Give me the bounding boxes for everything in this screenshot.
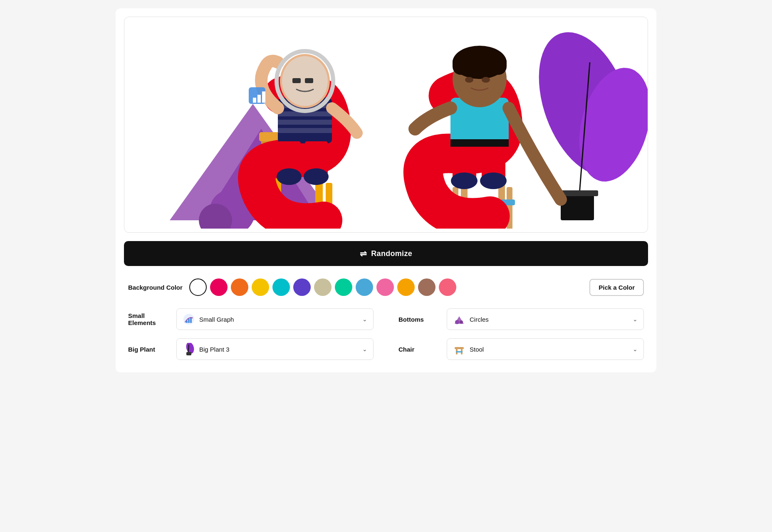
main-container: ⇌ Randomize Background Color Pick a Colo… — [116, 8, 656, 372]
dropdown-select-small-elements[interactable]: Small Graph⌄ — [176, 308, 374, 330]
small-elements-chevron-icon: ⌄ — [362, 316, 367, 323]
chair-icon — [453, 343, 465, 355]
svg-point-47 — [451, 172, 478, 189]
big-plant-value: Big Plant 3 — [199, 346, 230, 353]
svg-rect-19 — [305, 78, 313, 83]
bottoms-chevron-icon: ⌄ — [633, 316, 638, 323]
svg-point-55 — [455, 320, 459, 324]
svg-point-48 — [480, 172, 507, 189]
small-elements-value: Small Graph — [199, 316, 234, 323]
svg-point-22 — [277, 168, 302, 185]
svg-rect-52 — [188, 319, 190, 323]
swatch-coral[interactable] — [439, 278, 456, 296]
dropdown-label-big-plant: Big Plant — [128, 346, 170, 353]
svg-point-44 — [482, 77, 490, 83]
svg-rect-18 — [292, 78, 301, 83]
swatch-amber[interactable] — [397, 278, 415, 296]
dropdown-row-bottoms: Bottoms Circles⌄ — [398, 308, 644, 330]
randomize-button[interactable]: ⇌ Randomize — [124, 241, 648, 266]
dropdown-select-big-plant[interactable]: Big Plant 3⌄ — [176, 338, 374, 360]
dropdowns-grid: Small Elements Small Graph⌄Bottoms Circl… — [128, 308, 644, 360]
swatch-teal[interactable] — [335, 278, 352, 296]
svg-rect-26 — [257, 95, 261, 103]
swatch-yellow[interactable] — [252, 278, 269, 296]
svg-rect-13 — [278, 120, 332, 125]
swatch-brown[interactable] — [418, 278, 435, 296]
svg-rect-63 — [456, 351, 463, 352]
randomize-label: Randomize — [371, 249, 412, 258]
swatch-blue[interactable] — [356, 278, 373, 296]
small-elements-icon — [183, 313, 195, 325]
svg-rect-14 — [278, 128, 332, 133]
bottoms-value: Circles — [470, 316, 489, 323]
svg-rect-59 — [186, 352, 191, 355]
shuffle-icon: ⇌ — [360, 249, 367, 259]
svg-rect-60 — [455, 347, 464, 349]
chair-chevron-icon: ⌄ — [633, 346, 638, 352]
svg-point-43 — [465, 77, 473, 83]
controls-area: Background Color Pick a Color Small Elem… — [116, 274, 656, 372]
illustration-area — [124, 17, 648, 233]
dropdown-row-big-plant: Big Plant Big Plant 3⌄ — [128, 338, 374, 360]
svg-rect-25 — [253, 98, 256, 103]
bottoms-icon — [453, 313, 465, 325]
pick-color-button[interactable]: Pick a Color — [589, 279, 644, 296]
svg-rect-42 — [453, 54, 507, 75]
big-plant-chevron-icon: ⌄ — [362, 346, 367, 352]
svg-point-23 — [304, 168, 329, 185]
dropdown-label-chair: Chair — [398, 346, 440, 353]
swatch-purple[interactable] — [293, 278, 311, 296]
dropdown-label-bottoms: Bottoms — [398, 316, 440, 323]
dropdown-select-bottoms[interactable]: Circles⌄ — [447, 308, 644, 330]
svg-rect-27 — [262, 91, 265, 103]
chair-value: Stool — [470, 346, 484, 353]
swatch-tan[interactable] — [314, 278, 332, 296]
dropdown-label-small-elements: Small Elements — [128, 312, 170, 326]
svg-rect-49 — [450, 139, 509, 147]
swatch-cyan[interactable] — [272, 278, 290, 296]
illustration-svg — [124, 21, 648, 229]
dropdown-row-chair: Chair Stool⌄ — [398, 338, 644, 360]
svg-point-56 — [460, 320, 463, 324]
swatch-hotpink[interactable] — [376, 278, 394, 296]
bg-color-label: Background Color — [128, 284, 183, 291]
dropdown-select-chair[interactable]: Stool⌄ — [447, 338, 644, 360]
big-plant-icon — [183, 343, 195, 355]
dropdown-row-small-elements: Small Elements Small Graph⌄ — [128, 308, 374, 330]
background-color-row: Background Color Pick a Color — [128, 278, 644, 296]
swatch-pink[interactable] — [210, 278, 228, 296]
color-swatches — [189, 278, 583, 296]
swatch-orange[interactable] — [231, 278, 248, 296]
swatch-white[interactable] — [189, 278, 207, 296]
